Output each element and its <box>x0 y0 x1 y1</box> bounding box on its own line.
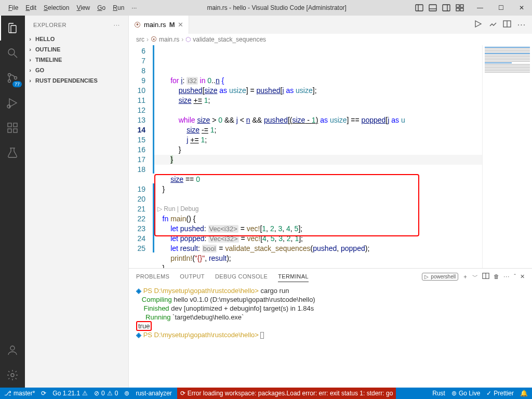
svg-rect-8 <box>456 8 459 11</box>
menu-go[interactable]: Go <box>94 3 109 12</box>
code-editor[interactable]: 6789101112131415161718 19202122232425 fo… <box>129 45 532 268</box>
split-editor-icon[interactable] <box>502 20 512 30</box>
search-icon[interactable] <box>0 41 25 65</box>
editor-area: ⦿ main.rs M ✕ ··· src› ⦿main.rs› ⬡valida… <box>129 16 532 388</box>
extensions-icon[interactable] <box>0 115 25 140</box>
titlebar: FileEditSelectionViewGoRun··· main.rs - … <box>0 0 532 16</box>
layout-icons <box>414 2 466 14</box>
menu-selection[interactable]: Selection <box>41 3 72 12</box>
svg-point-14 <box>15 77 17 79</box>
maximize-panel-icon[interactable]: ˆ <box>514 273 516 280</box>
svg-rect-19 <box>14 129 17 132</box>
sidebar-section-outline[interactable]: ›OUTLINE <box>25 44 128 55</box>
svg-rect-2 <box>429 5 436 11</box>
svg-point-12 <box>8 74 11 76</box>
svg-point-10 <box>8 49 15 55</box>
minimize-button[interactable]: ― <box>470 0 490 16</box>
svg-rect-18 <box>8 129 11 132</box>
panel-left-icon[interactable] <box>414 2 425 14</box>
sidebar-section-rust-dependencies[interactable]: ›RUST DEPENDENCIES <box>25 75 128 86</box>
panel-more-icon[interactable]: ··· <box>503 273 510 280</box>
menu-view[interactable]: View <box>73 3 93 12</box>
panel: PROBLEMS OUTPUT DEBUG CONSOLE TERMINAL ▷… <box>129 268 532 388</box>
tab-bar: ⦿ main.rs M ✕ ··· <box>129 16 532 34</box>
status-bell-icon[interactable]: 🔔 <box>520 390 528 397</box>
status-rust-analyzer[interactable]: rust-analyzer <box>136 390 171 397</box>
panel-right-icon[interactable] <box>441 2 452 14</box>
source-control-icon[interactable]: 77 <box>0 65 25 90</box>
panel-tab-terminal[interactable]: TERMINAL <box>278 271 309 282</box>
sidebar-header: EXPLORER ··· <box>25 16 128 34</box>
panel-tabs: PROBLEMS OUTPUT DEBUG CONSOLE TERMINAL ▷… <box>129 269 532 284</box>
svg-rect-17 <box>8 123 11 127</box>
status-go-version[interactable]: Go 1.21.1 ⚠ <box>52 390 88 397</box>
explorer-icon[interactable] <box>0 16 25 41</box>
status-prettier[interactable]: ✓ Prettier <box>486 390 514 397</box>
svg-marker-24 <box>475 21 481 27</box>
svg-rect-7 <box>460 5 463 7</box>
settings-gear-icon[interactable] <box>0 363 25 388</box>
kill-terminal-icon[interactable]: 🗑 <box>494 273 499 280</box>
panel-tab-debug-console[interactable]: DEBUG CONSOLE <box>215 271 268 282</box>
status-error-loading[interactable]: ⟳ Error loading workspace: packages.Load… <box>177 388 396 399</box>
sidebar-more-icon[interactable]: ··· <box>114 22 120 28</box>
status-branch[interactable]: ⎇ master* <box>4 390 35 397</box>
menu-edit[interactable]: Edit <box>22 3 39 12</box>
maximize-button[interactable]: ☐ <box>490 0 511 16</box>
close-tab-icon[interactable]: ✕ <box>178 21 183 29</box>
svg-point-13 <box>8 80 11 83</box>
close-panel-icon[interactable]: ✕ <box>520 273 525 280</box>
customize-layout-icon[interactable] <box>454 2 466 14</box>
sidebar-section-hello[interactable]: ›HELLO <box>25 34 128 44</box>
status-golive[interactable]: ⊚ Go Live <box>451 390 480 397</box>
status-bar: ⎇ master* ⟳ Go 1.21.1 ⚠ ⊘ 0 ⚠ 0 ⊚ rust-a… <box>0 388 532 399</box>
svg-rect-9 <box>460 8 463 11</box>
sidebar-section-go[interactable]: ›GO <box>25 65 128 75</box>
debug-alt-icon[interactable] <box>487 20 498 30</box>
terminal-dropdown-icon[interactable]: ﹀ <box>472 273 478 281</box>
breadcrumb[interactable]: src› ⦿main.rs› ⬡validate_stack_sequences <box>129 34 532 45</box>
editor-more-icon[interactable]: ··· <box>516 20 527 30</box>
status-sync[interactable]: ⟳ <box>41 390 46 397</box>
svg-rect-4 <box>443 5 450 11</box>
menu-file[interactable]: File <box>5 3 21 12</box>
panel-bottom-icon[interactable] <box>427 2 438 14</box>
activity-bar: 77 <box>0 16 25 388</box>
status-lang[interactable]: Rust <box>432 390 445 397</box>
panel-tab-output[interactable]: OUTPUT <box>180 271 205 282</box>
close-window-button[interactable]: ✕ <box>511 0 532 16</box>
svg-rect-0 <box>416 5 423 11</box>
testing-icon[interactable] <box>0 140 25 165</box>
menu: FileEditSelectionViewGoRun··· <box>0 3 140 12</box>
terminal-shell-select[interactable]: ▷ powershell <box>422 273 458 281</box>
status-problems[interactable]: ⊘ 0 ⚠ 0 <box>94 390 118 397</box>
menu-···[interactable]: ··· <box>128 3 140 12</box>
accounts-icon[interactable] <box>0 338 25 363</box>
minimap[interactable] <box>482 45 532 268</box>
split-terminal-icon[interactable] <box>482 272 489 281</box>
svg-rect-20 <box>14 123 17 127</box>
rust-file-icon: ⦿ <box>134 21 141 29</box>
menu-run[interactable]: Run <box>110 3 127 12</box>
new-terminal-icon[interactable]: ＋ <box>462 273 468 281</box>
window-title: main.rs - hello - Visual Studio Code [Ad… <box>140 4 414 11</box>
sidebar-section-timeline[interactable]: ›TIMELINE <box>25 55 128 65</box>
explorer-sidebar: EXPLORER ··· ›HELLO›OUTLINE›TIMELINE›GO›… <box>25 16 129 388</box>
svg-point-23 <box>11 374 14 377</box>
terminal-body[interactable]: ◈ PS D:\mysetup\gopath\rustcode\hello> c… <box>129 284 532 388</box>
svg-rect-6 <box>456 5 459 7</box>
svg-point-22 <box>10 346 15 350</box>
run-icon[interactable] <box>473 20 483 30</box>
panel-tab-problems[interactable]: PROBLEMS <box>136 271 169 282</box>
tab-main-rs[interactable]: ⦿ main.rs M ✕ <box>129 16 189 34</box>
run-debug-icon[interactable] <box>0 90 25 115</box>
svg-line-11 <box>14 55 17 58</box>
status-radio[interactable]: ⊚ <box>124 390 129 397</box>
